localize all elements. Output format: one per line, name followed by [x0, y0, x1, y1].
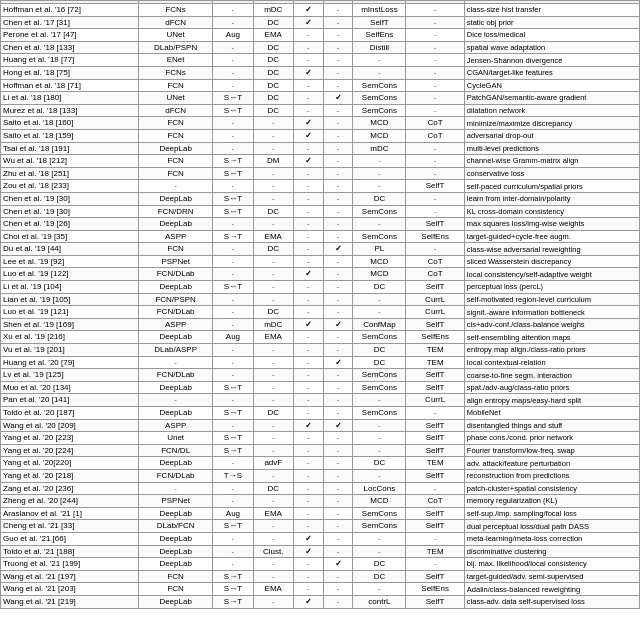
- cell-citation: Perone et al. '17 [47]: [1, 29, 139, 42]
- cell-sha: -: [293, 407, 323, 420]
- cell-spec: KL cross-domain consistency: [464, 205, 639, 218]
- cell-seg: DLab/PSPN: [138, 41, 212, 54]
- cell-seg: FCNs: [138, 66, 212, 79]
- cell-comp: SelfT: [406, 419, 464, 432]
- cell-seg: FCNs: [138, 4, 212, 17]
- cell-citation: Zang et al. '20 [236]: [1, 482, 139, 495]
- cell-net: -: [253, 129, 293, 142]
- cell-comp: SelfT: [406, 318, 464, 331]
- cell-seg: FCN: [138, 167, 212, 180]
- cell-comp: -: [406, 243, 464, 256]
- cell-output: MCD: [353, 255, 406, 268]
- cell-img: S↔T: [213, 205, 253, 218]
- table-row: Vu et al. '19 [201]DLab/ASPP----DCTEMent…: [1, 344, 640, 357]
- cell-citation: Luo et al. '19 [121]: [1, 306, 139, 319]
- cell-img: -: [213, 558, 253, 571]
- table-row: Luo et al. '19 [122]FCN/DLab--✓-MCDCoTlo…: [1, 268, 640, 281]
- cell-spec: target-guided+cycle-free augm.: [464, 230, 639, 243]
- cell-comp: -: [406, 29, 464, 42]
- cell-comp: SelfT: [406, 444, 464, 457]
- cell-img: -: [213, 255, 253, 268]
- table-row: Chen et al. '17 [31]dFCN-DC✓-SelfT-stati…: [1, 16, 640, 29]
- cell-citation: Hoffman et al. '18 [71]: [1, 79, 139, 92]
- cell-cw: -: [323, 79, 353, 92]
- cell-cw: -: [323, 331, 353, 344]
- cell-citation: Vu et al. '19 [201]: [1, 344, 139, 357]
- cell-sha: -: [293, 54, 323, 67]
- cell-spec: adv. attack/feature perturbation: [464, 457, 639, 470]
- cell-sha: -: [293, 92, 323, 105]
- cell-img: -: [213, 218, 253, 231]
- cell-seg: dFCN: [138, 16, 212, 29]
- cell-img: Aug: [213, 331, 253, 344]
- cell-citation: Wang et al. '21 [197]: [1, 570, 139, 583]
- table-row: Xu et al. '19 [216]DeepLabAugEMA--SemCon…: [1, 331, 640, 344]
- cell-cw: ✓: [323, 318, 353, 331]
- cell-spec: MobileNet: [464, 407, 639, 420]
- table-row: Zhu et al. '18 [251]FCNS↔T-----conservat…: [1, 167, 640, 180]
- cell-sha: -: [293, 104, 323, 117]
- cell-citation: Hoffman et al. '16 [72]: [1, 4, 139, 17]
- cell-spec: Fourier transform/low-freq. swap: [464, 444, 639, 457]
- cell-sha: -: [293, 331, 323, 344]
- cell-seg: FCN: [138, 583, 212, 596]
- cell-img: T→S: [213, 469, 253, 482]
- cell-seg: FCN/PSPN: [138, 293, 212, 306]
- cell-spec: align entropy maps/easy-hard split: [464, 394, 639, 407]
- cell-seg: ENet: [138, 54, 212, 67]
- cell-comp: TEM: [406, 457, 464, 470]
- cell-net: DM: [253, 155, 293, 168]
- cell-seg: FCN: [138, 117, 212, 130]
- cell-sha: -: [293, 507, 323, 520]
- cell-comp: -: [406, 142, 464, 155]
- table-row: Luo et al. '19 [121]FCN/DLab-DC---CurrLs…: [1, 306, 640, 319]
- cell-img: -: [213, 41, 253, 54]
- cell-net: -: [253, 167, 293, 180]
- cell-cw: -: [323, 104, 353, 117]
- cell-net: -: [253, 268, 293, 281]
- cell-sha: -: [293, 293, 323, 306]
- cell-cw: -: [323, 381, 353, 394]
- cell-cw: -: [323, 394, 353, 407]
- cell-net: -: [253, 356, 293, 369]
- cell-comp: SelfT: [406, 381, 464, 394]
- cell-sha: -: [293, 205, 323, 218]
- cell-sha: -: [293, 457, 323, 470]
- table-row: Chen et al. '19 [30]DeepLabS↔T---DC-lear…: [1, 192, 640, 205]
- cell-output: Distill: [353, 41, 406, 54]
- cell-img: S↔T: [213, 407, 253, 420]
- table-row: Guo et al. '21 [66]DeepLab--✓---meta-lea…: [1, 532, 640, 545]
- cell-output: -: [353, 444, 406, 457]
- cell-sha: -: [293, 255, 323, 268]
- cell-citation: Lee et al. '19 [92]: [1, 255, 139, 268]
- cell-cw: -: [323, 192, 353, 205]
- cell-citation: Toldo et al. '20 [187]: [1, 407, 139, 420]
- cell-output: SemCons: [353, 507, 406, 520]
- cell-comp: SelfT: [406, 180, 464, 193]
- cell-img: -: [213, 54, 253, 67]
- table-row: Wang et al. '21 [219]DeepLabS→T-✓-contrL…: [1, 595, 640, 608]
- cell-net: DC: [253, 243, 293, 256]
- cell-output: SemCons: [353, 369, 406, 382]
- cell-cw: -: [323, 230, 353, 243]
- cell-spec: max squares loss/img-wise weights: [464, 218, 639, 231]
- cell-cw: -: [323, 344, 353, 357]
- cell-output: SemCons: [353, 79, 406, 92]
- cell-net: mDC: [253, 318, 293, 331]
- cell-comp: -: [406, 192, 464, 205]
- cell-net: -: [253, 444, 293, 457]
- cell-net: EMA: [253, 230, 293, 243]
- cell-spec: Jensen-Shannon divergence: [464, 54, 639, 67]
- cell-output: LocCons: [353, 482, 406, 495]
- cell-sha: -: [293, 180, 323, 193]
- cell-seg: DeepLab: [138, 595, 212, 608]
- cell-comp: -: [406, 41, 464, 54]
- cell-output: DC: [353, 281, 406, 294]
- cell-cw: -: [323, 66, 353, 79]
- cell-cw: -: [323, 205, 353, 218]
- cell-img: -: [213, 318, 253, 331]
- cell-citation: Guo et al. '21 [66]: [1, 532, 139, 545]
- cell-spec: dilatation network: [464, 104, 639, 117]
- cell-output: -: [353, 583, 406, 596]
- cell-sha: ✓: [293, 419, 323, 432]
